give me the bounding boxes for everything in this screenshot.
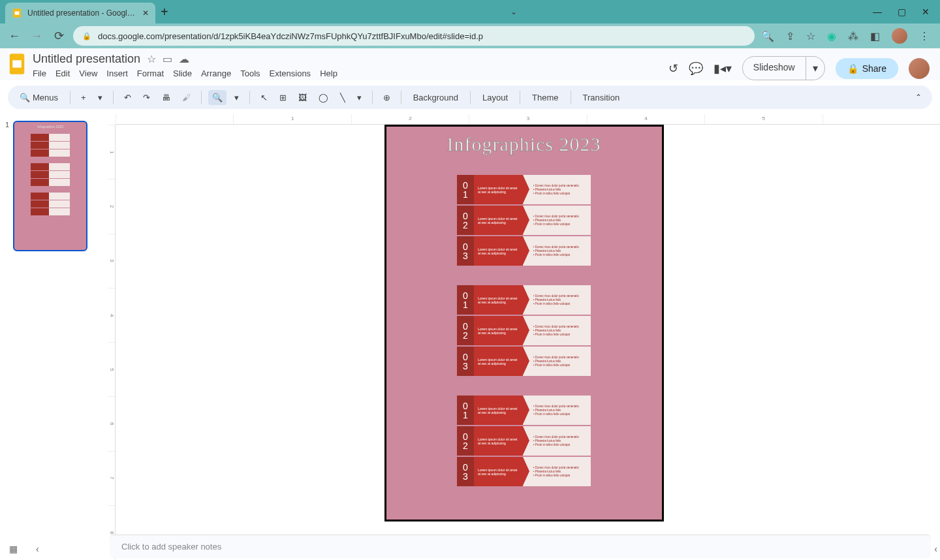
tab-strip: Untitled presentation - Google Slides ✕ …: [0, 0, 940, 23]
menu-insert[interactable]: Insert: [106, 69, 128, 78]
menu-extensions[interactable]: Extensions: [270, 69, 311, 78]
transition-button[interactable]: Transition: [578, 90, 625, 105]
info-row[interactable]: 02Lorem ipsum dolor sit amet at nec at a…: [457, 316, 591, 345]
info-group[interactable]: 01Lorem ipsum dolor sit amet at nec at a…: [457, 396, 591, 486]
move-icon[interactable]: ▭: [163, 53, 172, 65]
info-row[interactable]: 03Lorem ipsum dolor sit amet at nec at a…: [457, 347, 591, 376]
thumb-title: Infographics 2023: [17, 125, 84, 129]
info-bullets: Donec risus dolor porta venenatisPharetr…: [523, 316, 591, 345]
share-button[interactable]: 🔒 Share: [836, 58, 898, 79]
info-row[interactable]: 02Lorem ipsum dolor sit amet at nec at a…: [457, 206, 591, 235]
redo-button[interactable]: ↷: [139, 90, 154, 105]
close-window-button[interactable]: ✕: [922, 7, 930, 17]
svg-rect-1: [15, 11, 20, 14]
maximize-button[interactable]: ▢: [898, 7, 906, 17]
new-tab-button[interactable]: +: [161, 5, 168, 20]
line-dropdown[interactable]: ▾: [353, 90, 366, 105]
chrome-menu-icon[interactable]: ⋮: [919, 30, 930, 42]
search-icon: 🔍: [20, 93, 30, 102]
textbox-button[interactable]: ⊞: [275, 90, 290, 105]
grammarly-icon[interactable]: ◉: [827, 30, 836, 42]
info-group[interactable]: 01Lorem ipsum dolor sit amet at nec at a…: [457, 175, 591, 266]
info-group[interactable]: 01Lorem ipsum dolor sit amet at nec at a…: [457, 285, 591, 376]
info-row[interactable]: 01Lorem ipsum dolor sit amet at nec at a…: [457, 285, 591, 315]
theme-button[interactable]: Theme: [527, 90, 563, 105]
select-tool-button[interactable]: ↖: [257, 90, 272, 105]
info-row[interactable]: 03Lorem ipsum dolor sit amet at nec at a…: [457, 457, 591, 486]
menu-view[interactable]: View: [79, 69, 97, 78]
info-number: 01: [457, 285, 474, 315]
history-icon[interactable]: ↺: [668, 61, 678, 76]
info-number: 02: [457, 316, 474, 345]
explore-icon[interactable]: ‹: [934, 544, 937, 554]
info-row[interactable]: 01Lorem ipsum dolor sit amet at nec at a…: [457, 175, 591, 204]
reload-button[interactable]: ⟳: [51, 29, 67, 43]
line-button[interactable]: ╲: [336, 90, 349, 105]
info-row[interactable]: 03Lorem ipsum dolor sit amet at nec at a…: [457, 236, 591, 266]
bookmark-icon[interactable]: ☆: [806, 30, 815, 42]
info-bullets: Donec risus dolor porta venenatisPharetr…: [523, 285, 591, 315]
menu-slide[interactable]: Slide: [173, 69, 192, 78]
comment-add-button[interactable]: ⊕: [379, 90, 394, 105]
tab-overflow-icon[interactable]: ⌄: [510, 7, 517, 16]
extensions-icon[interactable]: ⁂: [848, 30, 858, 42]
grid-view-icon[interactable]: ▦: [9, 544, 18, 554]
share-url-icon[interactable]: ⇪: [786, 30, 794, 42]
info-number: 02: [457, 426, 474, 456]
url-field[interactable]: 🔒 docs.google.com/presentation/d/1zpk5iK…: [73, 26, 755, 46]
zoom-icon[interactable]: 🔍: [761, 30, 774, 42]
info-bullets: Donec risus dolor porta venenatisPharetr…: [523, 175, 591, 204]
collapse-toolbar-icon[interactable]: ⌃: [911, 90, 926, 104]
slides-favicon-icon: [12, 8, 22, 18]
info-row[interactable]: 01Lorem ipsum dolor sit amet at nec at a…: [457, 396, 591, 425]
paint-format-button[interactable]: 🖌: [178, 90, 195, 105]
info-number: 03: [457, 457, 474, 486]
menu-search[interactable]: 🔍 Menus: [14, 91, 63, 104]
lock-share-icon: 🔒: [847, 63, 858, 74]
sidepanel-icon[interactable]: ◧: [870, 30, 880, 42]
zoom-dropdown[interactable]: ▾: [230, 90, 243, 105]
menu-file[interactable]: File: [33, 69, 46, 78]
info-bullets: Donec risus dolor porta venenatisPharetr…: [523, 457, 591, 486]
slide-canvas[interactable]: Infographics 2023 01Lorem ipsum dolor si…: [384, 125, 664, 521]
account-avatar[interactable]: [909, 58, 930, 79]
url-text: docs.google.com/presentation/d/1zpk5iKB4…: [98, 31, 483, 41]
zoom-tool-button[interactable]: 🔍: [208, 90, 227, 105]
slide-title[interactable]: Infographics 2023: [386, 133, 662, 155]
new-slide-dropdown[interactable]: ▾: [94, 90, 106, 105]
menu-help[interactable]: Help: [320, 69, 337, 78]
close-tab-icon[interactable]: ✕: [142, 8, 149, 18]
comments-icon[interactable]: 💬: [689, 61, 703, 76]
menu-tools[interactable]: Tools: [240, 69, 260, 78]
menu-format[interactable]: Format: [137, 69, 164, 78]
print-button[interactable]: 🖶: [158, 90, 174, 105]
menu-arrange[interactable]: Arrange: [201, 69, 231, 78]
lock-icon: 🔒: [82, 32, 91, 40]
slide-thumbnail[interactable]: Infographics 2023: [13, 121, 87, 251]
slides-logo-icon[interactable]: [8, 52, 26, 76]
thumbnail-panel: 1 Infographics 2023: [0, 114, 108, 559]
shape-button[interactable]: ◯: [315, 90, 332, 105]
image-button[interactable]: 🖼: [294, 90, 311, 105]
doc-title[interactable]: Untitled presentation: [33, 52, 140, 66]
browser-tab[interactable]: Untitled presentation - Google Slides ✕: [5, 3, 155, 23]
collapse-filmstrip-icon[interactable]: ‹: [36, 544, 39, 554]
meet-icon[interactable]: ▮◂▾: [713, 61, 732, 76]
forward-button[interactable]: →: [29, 29, 44, 43]
info-row[interactable]: 02Lorem ipsum dolor sit amet at nec at a…: [457, 426, 591, 456]
profile-avatar[interactable]: [892, 28, 907, 44]
background-button[interactable]: Background: [408, 90, 463, 105]
speaker-notes[interactable]: Click to add speaker notes: [110, 535, 931, 558]
menu-edit[interactable]: Edit: [55, 69, 70, 78]
share-label: Share: [862, 63, 886, 74]
slideshow-dropdown[interactable]: ▾: [806, 56, 825, 80]
info-number: 03: [457, 236, 474, 266]
back-button[interactable]: ←: [7, 29, 22, 43]
canvas-area[interactable]: 12345 12345678 Infographics 2023 01Lorem…: [108, 114, 940, 559]
slideshow-button[interactable]: Slideshow: [742, 56, 806, 80]
layout-button[interactable]: Layout: [477, 90, 513, 105]
star-icon[interactable]: ☆: [147, 53, 156, 65]
undo-button[interactable]: ↶: [120, 90, 135, 105]
minimize-button[interactable]: —: [873, 7, 882, 17]
new-slide-button[interactable]: +: [77, 90, 90, 105]
